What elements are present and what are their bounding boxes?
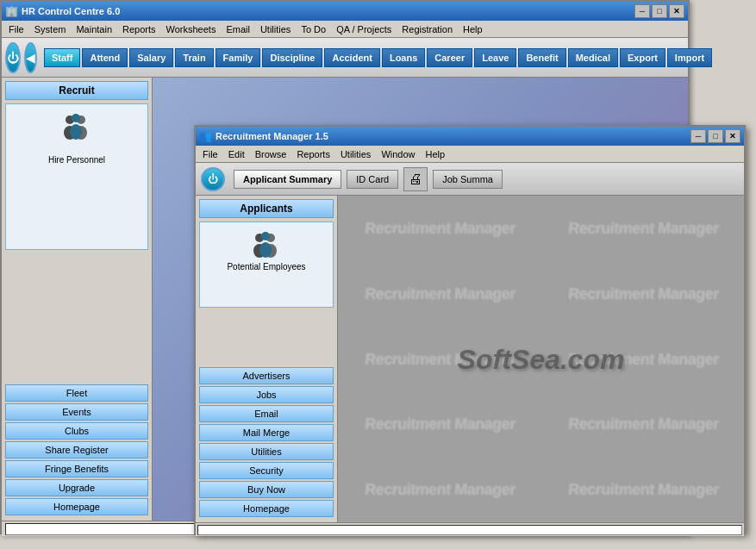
recruit-power-button[interactable]: ⏻	[201, 167, 225, 191]
watermark-6: Recruitment Manager	[338, 391, 544, 457]
tab-export[interactable]: Export	[620, 48, 665, 67]
recruit-icon-area: Potential Employees	[199, 221, 334, 308]
hire-personnel-label: Hire Personnel	[48, 155, 105, 165]
menu-file[interactable]: File	[3, 23, 29, 35]
recruit-nav-security[interactable]: Security	[199, 462, 334, 479]
watermark-3: Recruitment Manager	[538, 261, 744, 327]
recruit-close-button[interactable]: ✕	[725, 129, 740, 143]
recruit-section-title: Applicants	[199, 199, 334, 218]
sidebar-fleet[interactable]: Fleet	[5, 384, 148, 402]
tab-train[interactable]: Train	[175, 48, 213, 67]
main-title-bar: 🏢 HR Control Centre 6.0 ─ □ ✕	[2, 2, 688, 21]
sidebar-share-register[interactable]: Share Register	[5, 441, 148, 459]
menu-system[interactable]: System	[29, 23, 72, 35]
menu-reports[interactable]: Reports	[117, 23, 161, 35]
svg-point-10	[261, 232, 270, 240]
main-tabs: Staff Attend Salary Train Family Discipl…	[44, 48, 712, 67]
main-window-title: HR Control Centre 6.0	[22, 6, 120, 16]
main-app-icon: 🏢	[5, 5, 18, 17]
tab-benefit[interactable]: Benefit	[518, 48, 565, 67]
recruit-maximize-button[interactable]: □	[708, 129, 723, 143]
recruit-nav-homepage[interactable]: Homepage	[199, 500, 334, 517]
recruit-status-bar	[196, 522, 744, 536]
sidebar-clubs[interactable]: Clubs	[5, 422, 148, 440]
maximize-button[interactable]: □	[652, 4, 667, 18]
recruit-menu-reports[interactable]: Reports	[291, 148, 335, 160]
recruit-toolbar: ⏻ Applicant Summary ID Card 🖨 Job Summa	[196, 163, 744, 196]
main-menu-bar: File System Maintain Reports Worksheets …	[2, 21, 688, 38]
watermark-7: Recruitment Manager	[538, 391, 744, 457]
sidebar-homepage[interactable]: Homepage	[5, 498, 148, 515]
left-sidebar: Recruit Hire Personnel Fleet E	[2, 78, 153, 521]
recruit-nav-mail-merge[interactable]: Mail Merge	[199, 424, 334, 441]
menu-qa-projects[interactable]: QA / Projects	[331, 23, 397, 35]
potential-employees-svg	[249, 229, 284, 262]
recruit-title-bar: 👥 Recruitment Manager 1.5 ─ □ ✕	[196, 127, 744, 146]
tab-medical[interactable]: Medical	[568, 48, 618, 67]
menu-todo[interactable]: To Do	[296, 23, 331, 35]
recruit-nav-jobs[interactable]: Jobs	[199, 386, 334, 403]
tab-accident[interactable]: Accident	[324, 48, 379, 67]
minimize-button[interactable]: ─	[634, 4, 650, 18]
power-button[interactable]: ⏻	[5, 42, 21, 73]
recruit-print-icon[interactable]: 🖨	[403, 167, 428, 191]
recruit-menu-window[interactable]: Window	[376, 148, 420, 160]
tab-import[interactable]: Import	[667, 48, 712, 67]
sidebar-section-title: Recruit	[5, 81, 148, 100]
recruit-window-title: Recruitment Manager 1.5	[216, 131, 328, 141]
close-button[interactable]: ✕	[669, 4, 684, 18]
sidebar-fringe-benefits[interactable]: Fringe Benefits	[5, 460, 148, 477]
recruit-content: Applicants Potential Employees Advertise…	[196, 196, 744, 522]
tab-leave[interactable]: Leave	[474, 48, 516, 67]
recruit-menu-utilities[interactable]: Utilities	[335, 148, 376, 160]
recruit-app-icon: 👥	[199, 130, 212, 142]
menu-maintain[interactable]: Maintain	[71, 23, 117, 35]
people-svg	[59, 111, 94, 146]
recruit-nav-email[interactable]: Email	[199, 405, 334, 422]
recruit-right-panel: Recruitment Manager Recruitment Manager …	[338, 196, 744, 522]
watermark-2: Recruitment Manager	[338, 261, 544, 327]
menu-email[interactable]: Email	[221, 23, 255, 35]
tab-career[interactable]: Career	[427, 48, 472, 67]
watermark-1: Recruitment Manager	[538, 196, 744, 261]
recruit-menu-help[interactable]: Help	[421, 148, 451, 160]
softsea-watermark: SoftSea.com	[458, 343, 625, 375]
potential-employees-label: Potential Employees	[227, 262, 305, 271]
tab-attend[interactable]: Attend	[82, 48, 128, 67]
recruit-window: 👥 Recruitment Manager 1.5 ─ □ ✕ File Edi…	[194, 125, 746, 534]
sidebar-events[interactable]: Events	[5, 403, 148, 421]
svg-point-4	[72, 114, 80, 122]
recruit-menu-edit[interactable]: Edit	[223, 148, 250, 160]
recruit-nav-advertisers[interactable]: Advertisers	[199, 367, 334, 384]
recruit-nav-utilities[interactable]: Utilities	[199, 443, 334, 460]
menu-help[interactable]: Help	[458, 23, 488, 35]
svg-point-5	[70, 124, 82, 140]
sidebar-icon-area: Hire Personnel	[5, 103, 148, 250]
watermark-0: Recruitment Manager	[338, 196, 544, 261]
sidebar-upgrade[interactable]: Upgrade	[5, 479, 148, 496]
tab-staff[interactable]: Staff	[44, 48, 80, 67]
recruit-menu-bar: File Edit Browse Reports Utilities Windo…	[196, 146, 744, 163]
watermark-8: Recruitment Manager	[338, 457, 544, 522]
tab-discipline[interactable]: Discipline	[262, 48, 322, 67]
recruit-status-inner	[197, 525, 742, 535]
back-button[interactable]: ◀	[24, 42, 37, 73]
watermark-9: Recruitment Manager	[538, 457, 744, 522]
recruit-minimize-button[interactable]: ─	[690, 129, 706, 143]
recruit-tab-job-summary[interactable]: Job Summa	[433, 170, 503, 189]
recruit-window-controls: ─ □ ✕	[690, 129, 740, 143]
recruit-menu-file[interactable]: File	[197, 148, 223, 160]
svg-point-11	[259, 242, 272, 258]
hire-personnel-icon[interactable]	[59, 111, 94, 152]
menu-registration[interactable]: Registration	[397, 23, 458, 35]
tab-loans[interactable]: Loans	[382, 48, 425, 67]
recruit-menu-browse[interactable]: Browse	[250, 148, 292, 160]
recruit-tab-applicant-summary[interactable]: Applicant Summary	[234, 170, 341, 189]
tab-salary[interactable]: Salary	[129, 48, 173, 67]
recruit-left-panel: Applicants Potential Employees Advertise…	[196, 196, 338, 522]
recruit-tab-id-card[interactable]: ID Card	[347, 170, 398, 189]
menu-utilities[interactable]: Utilities	[255, 23, 296, 35]
tab-family[interactable]: Family	[216, 48, 261, 67]
menu-worksheets[interactable]: Worksheets	[161, 23, 222, 35]
recruit-nav-buy-now[interactable]: Buy Now	[199, 481, 334, 498]
